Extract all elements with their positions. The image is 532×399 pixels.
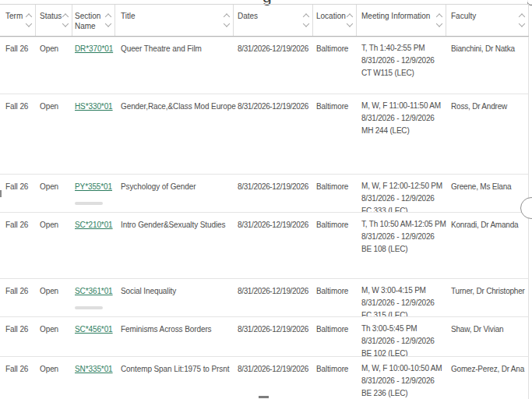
cell-status: Open: [36, 94, 72, 174]
column-header-dates[interactable]: Dates: [234, 5, 313, 36]
cell-title: Social Inequality: [115, 279, 234, 316]
meeting-info-line: FC 333 (LEC): [361, 205, 446, 212]
table-header-row: Term Status Section Name Title Dates Loc…: [0, 4, 529, 37]
cell-faculty: Gomez-Perez, Dr Ana: [446, 357, 528, 399]
cell-section-name: PY*355*01: [72, 175, 115, 212]
cell-location: Baltimore: [313, 213, 357, 278]
cell-faculty: Shaw, Dr Vivian: [446, 317, 528, 356]
cell-title: Gender,Race,&Class Mod Europe: [115, 94, 234, 174]
cell-title: Contemp Span Lit:1975 to Prsnt: [115, 357, 234, 399]
cell-faculty: Ross, Dr Andrew: [446, 94, 528, 174]
sort-arrows-icon[interactable]: [224, 15, 229, 26]
cell-dates: 8/31/2026-12/19/2026: [234, 37, 313, 94]
section-link[interactable]: SC*456*01: [75, 325, 113, 334]
cell-dates: 8/31/2026-12/19/2026: [234, 279, 313, 316]
meeting-info-line: M, W, F 10:00-10:50 AM: [361, 362, 446, 375]
section-link[interactable]: HS*330*01: [75, 102, 113, 111]
cell-faculty: Konradi, Dr Amanda: [446, 213, 528, 278]
sort-arrows-icon[interactable]: [63, 15, 68, 26]
column-header-section-name[interactable]: Section Name: [72, 5, 115, 36]
section-link[interactable]: DR*370*01: [75, 44, 113, 53]
table-row: Fall 26OpenSC*210*01Intro Gender&Sexualt…: [0, 212, 528, 278]
cell-section-name: SC*361*01: [72, 279, 115, 316]
cell-dates: 8/31/2026-12/19/2026: [234, 213, 313, 278]
cell-dates: 8/31/2026-12/19/2026: [234, 317, 313, 356]
column-header-status[interactable]: Status: [36, 5, 72, 36]
loading-placeholder-bar: [75, 202, 103, 205]
meeting-info-line: CT W115 (LEC): [361, 67, 446, 79]
cell-dates: 8/31/2026-12/19/2026: [234, 175, 313, 212]
meeting-info-line: M, W, F 11:00-11:50 AM: [361, 100, 446, 112]
sort-arrows-icon[interactable]: [106, 15, 111, 26]
meeting-info-line: 8/31/2026 - 12/9/2026: [361, 375, 446, 387]
meeting-info-line: M, W 3:00-4:15 PM: [361, 284, 446, 297]
cell-dates: 8/31/2026-12/19/2026: [234, 357, 313, 399]
cell-meeting-information: M, W, F 10:00-10:50 AM8/31/2026 - 12/9/2…: [357, 357, 446, 399]
loading-placeholder-bar: [75, 306, 103, 309]
course-catalog-screen: g Term Status Section Name Title Dates: [0, 0, 532, 399]
cell-location: Baltimore: [313, 175, 357, 212]
meeting-info-line: T, Th 1:40-2:55 PM: [361, 42, 446, 55]
cell-section-name: SN*335*01: [72, 357, 115, 399]
cell-meeting-information: Th 3:00-5:45 PM8/31/2026 - 12/9/2026BE 1…: [357, 317, 446, 356]
sort-arrows-icon[interactable]: [520, 15, 524, 26]
cell-faculty: Bianchini, Dr Natka: [446, 37, 528, 94]
meeting-info-line: BE 108 (LEC): [361, 243, 446, 256]
column-header-label: Section Name: [75, 11, 103, 31]
sort-arrows-icon[interactable]: [304, 15, 308, 26]
cell-meeting-information: T, Th 10:50 AM-12:05 PM8/31/2026 - 12/9/…: [357, 213, 446, 278]
section-link[interactable]: SC*210*01: [75, 221, 113, 229]
cell-location: Baltimore: [313, 317, 357, 356]
cell-title: Intro Gender&Sexualty Studies: [115, 213, 234, 278]
cell-term: Fall 26: [0, 279, 36, 316]
sort-arrows-icon[interactable]: [26, 15, 31, 26]
section-link[interactable]: PY*355*01: [75, 182, 112, 191]
cell-meeting-information: M, W, F 11:00-11:50 AM8/31/2026 - 12/9/2…: [357, 94, 446, 174]
column-header-term[interactable]: Term: [0, 5, 36, 36]
cell-term: Fall 26: [0, 37, 36, 94]
cell-title: Feminisms Across Borders: [115, 317, 234, 356]
cell-title: Psychology of Gender: [115, 175, 234, 212]
column-header-location[interactable]: Location: [313, 5, 357, 36]
column-header-meeting-information[interactable]: Meeting Information: [357, 5, 446, 36]
clipped-edge-artifact-bottom: [259, 396, 269, 398]
cell-title: Queer Theatre and Film: [115, 37, 234, 94]
meeting-info-line: 8/31/2026 - 12/9/2026: [361, 55, 446, 67]
cell-status: Open: [36, 37, 72, 94]
cell-term: Fall 26: [0, 317, 36, 356]
sort-arrows-icon[interactable]: [347, 15, 352, 26]
table-row: Fall 26OpenPY*355*01Psychology of Gender…: [0, 174, 528, 212]
cell-status: Open: [36, 213, 72, 278]
column-header-faculty[interactable]: Faculty: [446, 5, 529, 36]
meeting-info-line: T, Th 10:50 AM-12:05 PM: [361, 218, 446, 231]
cell-meeting-information: T, Th 1:40-2:55 PM8/31/2026 - 12/9/2026C…: [357, 37, 446, 94]
column-header-label: Dates: [238, 11, 312, 21]
column-header-title[interactable]: Title: [115, 5, 234, 36]
cell-meeting-information: M, W, F 12:00-12:50 PM8/31/2026 - 12/9/2…: [357, 175, 446, 212]
cell-status: Open: [36, 279, 72, 316]
meeting-info-line: BE 102 (LEC): [361, 348, 446, 356]
sort-arrows-icon[interactable]: [437, 15, 442, 26]
meeting-info-line: M, W, F 12:00-12:50 PM: [361, 180, 446, 192]
meeting-info-line: MH 244 (LEC): [361, 125, 446, 137]
cell-dates: 8/31/2026-12/19/2026: [234, 94, 313, 174]
course-sections-table: Term Status Section Name Title Dates Loc…: [0, 4, 529, 399]
cell-faculty: Turner, Dr Christopher: [446, 279, 528, 316]
table-row: Fall 26OpenSC*361*01Social Inequality8/3…: [0, 278, 528, 316]
meeting-info-line: 8/31/2026 - 12/9/2026: [361, 192, 446, 205]
table-row: Fall 26OpenSN*335*01Contemp Span Lit:197…: [0, 356, 528, 399]
table-body: Fall 26OpenDR*370*01Queer Theatre and Fi…: [0, 37, 529, 399]
table-row: Fall 26OpenHS*330*01Gender,Race,&Class M…: [0, 94, 528, 174]
cell-location: Baltimore: [313, 37, 357, 94]
section-link[interactable]: SC*361*01: [75, 287, 113, 295]
section-link[interactable]: SN*335*01: [75, 365, 113, 373]
cell-section-name: SC*210*01: [72, 213, 115, 278]
table-row: Fall 26OpenDR*370*01Queer Theatre and Fi…: [0, 37, 528, 94]
meeting-info-line: FC 315 (LEC): [361, 309, 446, 316]
meeting-info-line: 8/31/2026 - 12/9/2026: [361, 297, 446, 309]
cell-term: Fall 26: [0, 175, 36, 212]
meeting-info-line: 8/31/2026 - 12/9/2026: [361, 231, 446, 243]
meeting-info-line: BE 236 (LEC): [361, 387, 446, 399]
cell-term: Fall 26: [0, 94, 36, 174]
cell-section-name: SC*456*01: [72, 317, 115, 356]
